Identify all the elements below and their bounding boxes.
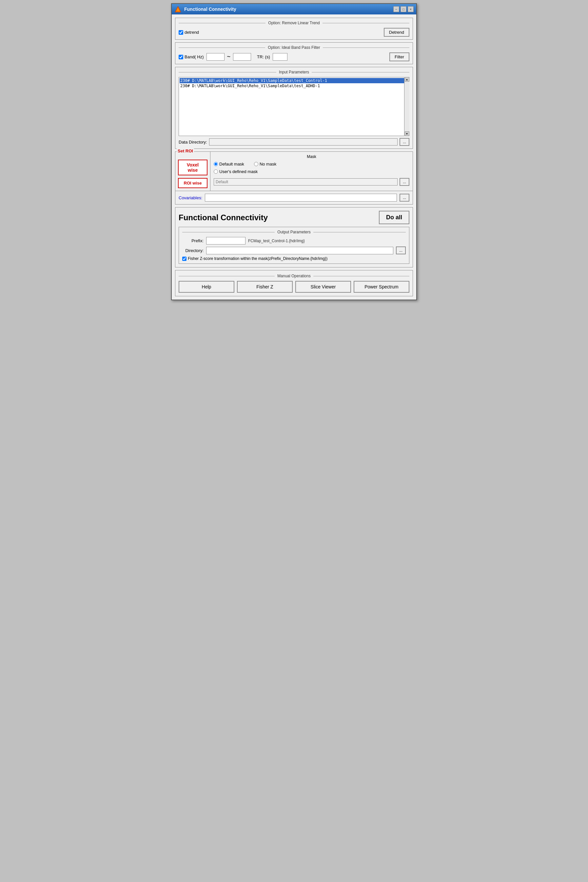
no-mask-label[interactable]: No mask (254, 162, 276, 166)
output-params-section: Output Parameters Prefix: FCMap FCMap_te… (178, 227, 410, 264)
roi-mask-section: Set ROI Voxel wise ROI wise Mask Default… (175, 152, 413, 204)
band-label: Band( Hz) (184, 54, 204, 59)
fisher-z-button[interactable]: Fisher Z (237, 281, 293, 293)
data-dir-row: Data Directory: IATLAB\work\GUI_Reho\Reh… (178, 138, 410, 146)
set-roi-label: Set ROI (177, 148, 194, 153)
mask-title: Mask (214, 154, 410, 159)
filter-button[interactable]: Filter (389, 52, 410, 61)
default-mask-label[interactable]: Default mask (214, 162, 244, 166)
scroll-down-button[interactable]: ▼ (405, 131, 410, 136)
data-dir-label: Data Directory: (178, 140, 207, 144)
dir-label: Directory: (182, 248, 204, 253)
covariables-section: Covariables: ... (176, 191, 412, 204)
help-button[interactable]: Help (178, 281, 234, 293)
restore-button[interactable]: □ (400, 6, 406, 12)
input-row-1[interactable]: 230# D:\MATLAB\work\GUI_Reho\Reho_V1\Sam… (180, 78, 408, 83)
input-divider: Input Parameters (178, 70, 410, 74)
bandpass-row: Band( Hz) 0.01 ~ 0.08 TR: (s) 2 Filter (178, 52, 410, 61)
no-mask-radio[interactable] (254, 162, 258, 166)
detrend-label: detrend (184, 30, 199, 35)
band-checkbox[interactable] (178, 55, 183, 59)
mask-default-row: ... (214, 178, 410, 186)
manual-buttons-row: Help Fisher Z Slice Viewer Power Spectru… (178, 281, 410, 293)
scroll-up-button[interactable]: ▲ (405, 77, 410, 82)
roi-wise-button[interactable]: ROI wise (178, 178, 207, 188)
mask-options-row: Default mask No mask (214, 162, 410, 166)
default-mask-radio[interactable] (214, 162, 218, 166)
slice-viewer-button[interactable]: Slice Viewer (295, 281, 351, 293)
default-mask-text: Default mask (219, 162, 244, 166)
manual-ops-title: Manual Operations (274, 274, 313, 278)
list-scrollbar[interactable]: ▲ ▼ (404, 77, 410, 136)
power-spectrum-button[interactable]: Power Spectrum (354, 281, 410, 293)
user-mask-text: User's defined mask (219, 169, 258, 174)
dir-row: Directory: D:\Temp ... (182, 246, 406, 254)
detrend-button[interactable]: Detrend (384, 28, 410, 37)
band-high-input[interactable]: 0.08 (233, 53, 251, 61)
mask-panel: Mask Default mask No mask (210, 152, 412, 191)
detrend-section: Option: Remove Linear Trend detrend Detr… (175, 18, 413, 40)
close-button[interactable]: × (408, 6, 414, 12)
input-list-wrapper: 230# D:\MATLAB\work\GUI_Reho\Reho_V1\Sam… (178, 77, 410, 136)
fc-header-row: Functional Connectivity Do all (178, 211, 410, 224)
fc-main-title: Functional Connectivity (178, 213, 268, 222)
covariables-label: Covariables: (178, 195, 202, 200)
dir-browse-button[interactable]: ... (396, 246, 406, 254)
bandpass-section-title: Option: Ideal Band Pass Filter (265, 45, 322, 50)
window-controls: − □ × (393, 6, 414, 12)
band-low-input[interactable]: 0.01 (207, 53, 225, 61)
no-mask-text: No mask (260, 162, 276, 166)
title-bar: Functional Connectivity − □ × (172, 4, 416, 14)
detrend-checkbox-label[interactable]: detrend (178, 30, 199, 35)
input-list[interactable]: 230# D:\MATLAB\work\GUI_Reho\Reho_V1\Sam… (178, 77, 410, 136)
user-mask-row: User's defined mask (214, 169, 410, 174)
band-checkbox-label[interactable]: Band( Hz) (178, 54, 204, 59)
tilde-symbol: ~ (227, 53, 231, 60)
fisher-checkbox[interactable] (182, 256, 186, 261)
manual-ops-section: Manual Operations Help Fisher Z Slice Vi… (175, 270, 413, 296)
prefix-input[interactable]: FCMap (206, 237, 246, 244)
data-dir-input[interactable]: IATLAB\work\GUI_Reho\Reho_V1\SampleData\… (209, 138, 398, 146)
detrend-checkbox[interactable] (178, 30, 183, 35)
app-logo (174, 6, 182, 13)
detrend-row: detrend Detrend (178, 28, 410, 37)
bandpass-section: Option: Ideal Band Pass Filter Band( Hz)… (175, 42, 413, 64)
minimize-button[interactable]: − (393, 6, 399, 12)
user-mask-radio[interactable] (214, 170, 218, 174)
prefix-hint: FCMap_test_Control-1.{hdr/img} (248, 238, 305, 243)
set-roi-panel: Set ROI Voxel wise ROI wise (176, 152, 210, 191)
mask-default-input[interactable] (214, 178, 398, 186)
data-dir-browse-button[interactable]: ... (399, 138, 410, 146)
user-mask-label[interactable]: User's defined mask (214, 169, 410, 174)
do-all-button[interactable]: Do all (379, 211, 410, 224)
covariables-browse-button[interactable]: ... (399, 194, 410, 202)
input-params-section: Input Parameters 230# D:\MATLAB\work\GUI… (175, 67, 413, 149)
input-section-title: Input Parameters (276, 70, 312, 74)
covariables-input[interactable] (205, 194, 397, 202)
mask-browse-button[interactable]: ... (399, 178, 410, 186)
main-window: Functional Connectivity − □ × Option: Re… (171, 3, 417, 300)
prefix-label: Prefix: (182, 238, 204, 243)
fc-main-section: Functional Connectivity Do all Output Pa… (175, 207, 413, 267)
manual-ops-divider: Manual Operations (178, 274, 410, 278)
tr-label: TR: (s) (257, 54, 270, 59)
input-row-2[interactable]: 230# D:\MATLAB\work\GUI_Reho\Reho_V1\Sam… (180, 83, 408, 88)
fisher-checkbox-row: Fisher Z-score transformation within the… (182, 256, 406, 261)
window-content: Option: Remove Linear Trend detrend Detr… (172, 14, 416, 300)
window-title: Functional Connectivity (184, 6, 393, 12)
voxel-wise-button[interactable]: Voxel wise (178, 160, 207, 176)
output-section-title: Output Parameters (274, 230, 313, 234)
roi-mask-inner: Set ROI Voxel wise ROI wise Mask Default… (176, 152, 412, 191)
fisher-label: Fisher Z-score transformation within the… (188, 256, 327, 261)
output-divider: Output Parameters (182, 230, 406, 234)
dir-input[interactable]: D:\Temp (206, 247, 393, 254)
detrend-divider: Option: Remove Linear Trend (178, 21, 410, 25)
prefix-row: Prefix: FCMap FCMap_test_Control-1.{hdr/… (182, 237, 406, 244)
bandpass-divider: Option: Ideal Band Pass Filter (178, 45, 410, 50)
detrend-section-title: Option: Remove Linear Trend (266, 21, 322, 25)
tr-input[interactable]: 2 (273, 53, 288, 61)
